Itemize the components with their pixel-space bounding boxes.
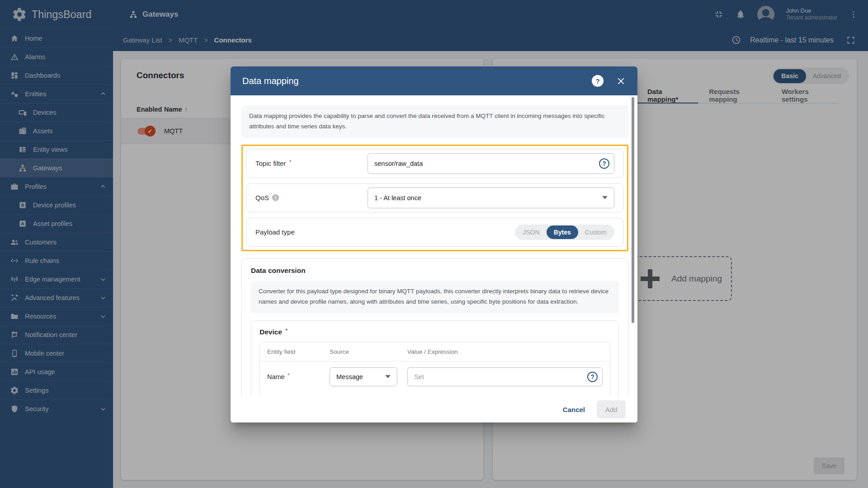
payload-type-label: Payload type — [255, 228, 368, 236]
dialog-title: Data mapping — [242, 76, 299, 86]
column-value-expression: Value / Expression — [407, 348, 458, 355]
topic-filter-row: Topic filter * ? — [246, 149, 624, 178]
device-table-header: Entity field Source Value / Expression — [260, 343, 610, 361]
dialog-body: Data mapping provides the capability to … — [231, 95, 637, 422]
device-row-name: Name * Message ? — [260, 361, 610, 393]
payload-type-row: Payload type JSON Bytes Custom — [246, 218, 624, 247]
dropdown-caret-icon — [385, 375, 391, 378]
dialog-help-icon[interactable]: ? — [592, 75, 604, 87]
name-source-select[interactable]: Message — [330, 367, 397, 386]
cancel-button[interactable]: Cancel — [556, 402, 592, 417]
topic-filter-input[interactable] — [368, 153, 614, 174]
dialog-close-icon[interactable] — [616, 76, 626, 86]
name-expression-help-icon[interactable]: ? — [587, 371, 598, 382]
data-conversion-title: Data conversion — [251, 267, 619, 275]
payload-option-bytes[interactable]: Bytes — [547, 225, 578, 239]
payload-option-json[interactable]: JSON — [516, 225, 546, 239]
device-title: Device * — [259, 328, 610, 336]
qos-select[interactable]: 1 - At least once — [368, 188, 614, 208]
name-expression-input[interactable] — [407, 367, 603, 386]
dialog-header: Data mapping ? — [231, 66, 637, 95]
column-source: Source — [330, 348, 407, 355]
qos-label: QoS i — [255, 194, 368, 202]
payload-type-segmented: JSON Bytes Custom — [515, 225, 614, 240]
entity-field-name: Name * — [267, 373, 330, 380]
qos-selected-value: 1 - At least once — [374, 194, 421, 202]
add-button[interactable]: Add — [597, 400, 626, 418]
data-conversion-description: Converter for this payload type designed… — [251, 281, 619, 313]
qos-row: QoS i 1 - At least once — [246, 183, 624, 212]
qos-info-icon[interactable]: i — [272, 194, 279, 201]
topic-filter-help-icon[interactable]: ? — [599, 158, 609, 169]
required-marker: * — [285, 327, 288, 334]
dialog-footer: Cancel Add — [231, 396, 637, 422]
topic-filter-label: Topic filter * — [255, 160, 368, 167]
required-marker: * — [289, 159, 292, 165]
data-mapping-dialog: Data mapping ? Data mapping provides the… — [231, 66, 637, 422]
highlighted-fields-group: Topic filter * ? QoS i 1 - At least once — [241, 145, 628, 251]
dialog-scrollbar-thumb[interactable] — [632, 97, 634, 323]
column-entity-field: Entity field — [267, 348, 330, 355]
required-marker: * — [288, 372, 290, 379]
dropdown-caret-icon — [602, 196, 608, 199]
payload-option-custom[interactable]: Custom — [578, 225, 613, 239]
dialog-description: Data mapping provides the capability to … — [241, 105, 628, 138]
